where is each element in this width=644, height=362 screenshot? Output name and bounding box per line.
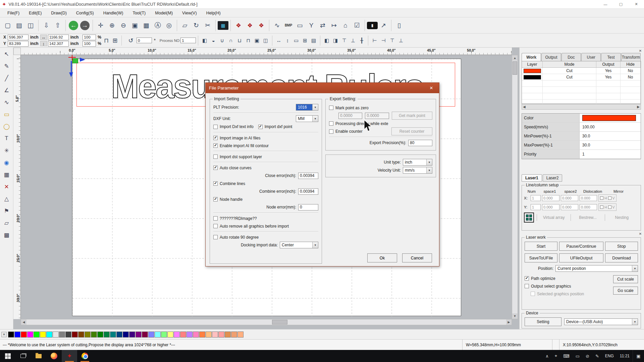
close-button[interactable]: ✕ <box>629 0 644 8</box>
touch-keyboard-icon[interactable]: ⌨ <box>560 350 573 362</box>
rotate-angle-field[interactable]: 0 <box>137 38 152 43</box>
palette-color[interactable] <box>174 331 180 338</box>
dim-left-icon[interactable]: ⊢ <box>370 36 379 45</box>
dialog-close-icon[interactable]: ✕ <box>427 84 436 92</box>
task-view-button[interactable] <box>15 350 31 362</box>
ruler-bar-icon[interactable]: ▯ <box>393 20 405 31</box>
cut-scale-button[interactable]: Cut scale <box>613 275 638 283</box>
panel-close-icon[interactable]: ✕ <box>638 48 643 53</box>
flag-tool-icon[interactable]: ⚑ <box>2 206 12 216</box>
dim-top-icon[interactable]: ⊤ <box>388 36 396 45</box>
chevron-down-icon[interactable]: ▼ <box>312 242 318 248</box>
align-right-icon[interactable]: ◨ <box>331 36 340 45</box>
property-row[interactable]: MinPower(%)-130.0 <box>522 132 641 141</box>
combine-error-field[interactable]: 0.00394 <box>298 188 318 195</box>
pick-point-icon[interactable]: ↗ <box>378 20 389 31</box>
zoom-all-icon[interactable]: ▦ <box>141 20 152 31</box>
palette-color[interactable] <box>180 331 186 338</box>
polyline-tool-icon[interactable]: ∠ <box>2 85 12 95</box>
tab-doc[interactable]: Doc <box>561 53 581 61</box>
language-indicator[interactable]: ENG <box>602 354 617 358</box>
chrome-icon[interactable] <box>77 350 93 362</box>
menu-help[interactable]: Help(H) <box>202 9 225 17</box>
unit-type-combo[interactable]: inch▼ <box>403 159 432 166</box>
same-size-icon[interactable]: ▭ <box>292 36 301 45</box>
import-dxf-point-checkbox[interactable]: Import dxf point <box>258 123 292 131</box>
palette-color[interactable] <box>206 331 212 338</box>
palette-color[interactable] <box>78 331 84 338</box>
array-tool-icon[interactable]: ▩ <box>2 230 12 240</box>
dim-bottom-icon[interactable]: ⊥ <box>396 36 405 45</box>
select-box-icon[interactable]: ▱ <box>179 20 191 31</box>
enable-counter-checkbox[interactable]: Enable counter <box>329 128 363 135</box>
new-file-icon[interactable]: ▢ <box>2 20 13 31</box>
curve-concave-icon[interactable]: ∩ <box>226 36 235 45</box>
shape-union-icon[interactable]: ⊔ <box>235 36 244 45</box>
menu-file[interactable]: File(F) <box>3 9 24 17</box>
palette-color[interactable] <box>116 331 122 338</box>
file-explorer-icon[interactable] <box>31 350 46 362</box>
auto-close-curves-checkbox[interactable]: Auto close curves <box>213 164 318 172</box>
palette-color[interactable] <box>161 331 167 338</box>
cancel-button[interactable]: Cancel <box>402 253 432 262</box>
open-file-icon[interactable]: ▤ <box>13 20 25 31</box>
hidden-icons-chevron[interactable]: ∧ <box>542 350 552 362</box>
auto-rotate-checkbox[interactable]: Auto rotate 90 degree <box>213 233 318 241</box>
position-combo[interactable]: Current position▼ <box>555 265 638 272</box>
palette-color[interactable] <box>129 331 135 338</box>
menu-edit[interactable]: Edit(E) <box>24 9 46 17</box>
stop-button[interactable]: Stop <box>605 242 638 251</box>
aspect-lock-icon[interactable]: ⊓ <box>102 36 111 45</box>
simulate-icon[interactable]: ❖ <box>233 20 244 31</box>
node-edit-tool-icon[interactable]: ✎ <box>2 61 12 71</box>
save-file-icon[interactable]: ◫ <box>25 20 36 31</box>
chevron-down-icon[interactable]: ▼ <box>426 167 432 173</box>
palette-color[interactable] <box>123 331 129 338</box>
palette-color[interactable] <box>142 331 148 338</box>
palette-color[interactable] <box>21 331 27 338</box>
volume-muted-icon[interactable]: ⊘ <box>583 350 592 362</box>
palette-color[interactable] <box>72 331 78 338</box>
scroll-left-icon[interactable]: ◀ <box>523 105 526 109</box>
property-row[interactable]: MaxPower(%)-130.0 <box>522 141 641 150</box>
group-objects-icon[interactable]: ▣ <box>253 36 261 45</box>
tab-laser1[interactable]: Laser1 <box>522 174 542 182</box>
close-error-field[interactable]: 0.00394 <box>298 173 318 179</box>
tab-laser2[interactable]: Laser2 <box>543 174 562 182</box>
zoom-select-icon[interactable]: ◎ <box>163 20 175 31</box>
dim-right-icon[interactable]: ⊣ <box>379 36 388 45</box>
palette-color[interactable] <box>85 331 91 338</box>
rdimage-checkbox[interactable]: ???????RDImage?? <box>213 215 318 222</box>
maximize-button[interactable]: ▢ <box>613 0 629 8</box>
palette-color[interactable] <box>212 331 218 338</box>
scale-x-field[interactable]: 100 <box>83 35 96 40</box>
mirror-horizontal-icon[interactable]: ◧ <box>200 36 209 45</box>
start-button[interactable]: Start <box>525 242 557 251</box>
param-list-icon[interactable]: ☑ <box>351 20 363 31</box>
property-row[interactable]: Color <box>522 114 641 123</box>
palette-color[interactable] <box>218 331 224 338</box>
align-left-icon[interactable]: ◧ <box>322 36 331 45</box>
y-position-field[interactable]: 83.289 <box>8 41 29 47</box>
rectangle-tool-icon[interactable]: ▭ <box>2 109 12 119</box>
palette-color[interactable] <box>193 331 199 338</box>
tab-output[interactable]: Output <box>541 53 561 61</box>
zoom-in-icon[interactable]: ⊕ <box>106 20 118 31</box>
shape-weld-icon[interactable]: ⊓ <box>244 36 253 45</box>
same-height-icon[interactable]: ↕ <box>283 36 292 45</box>
render-tool-icon[interactable]: ◉ <box>2 158 12 168</box>
download-button[interactable]: Download <box>605 253 638 262</box>
align-center-icon[interactable]: ╂ <box>357 36 366 45</box>
palette-color[interactable] <box>186 331 193 338</box>
import-dst-checkbox[interactable]: Import dst support layer <box>213 153 318 161</box>
layer-row[interactable]: CutYesNo <box>522 68 641 74</box>
scroll-down-icon[interactable]: ▼ <box>512 313 518 319</box>
monitor-icon[interactable]: ▭ <box>573 350 583 362</box>
vertical-scrollbar[interactable]: ▲ ▼ <box>512 55 518 319</box>
palette-color[interactable] <box>14 331 20 338</box>
palette-color[interactable] <box>53 331 59 338</box>
scroll-left-icon[interactable]: ◀ <box>21 319 26 325</box>
space-horizontal-icon[interactable]: ⊞ <box>301 36 309 45</box>
projector-icon[interactable]: ▮ <box>367 22 378 29</box>
palette-color[interactable] <box>199 331 205 338</box>
